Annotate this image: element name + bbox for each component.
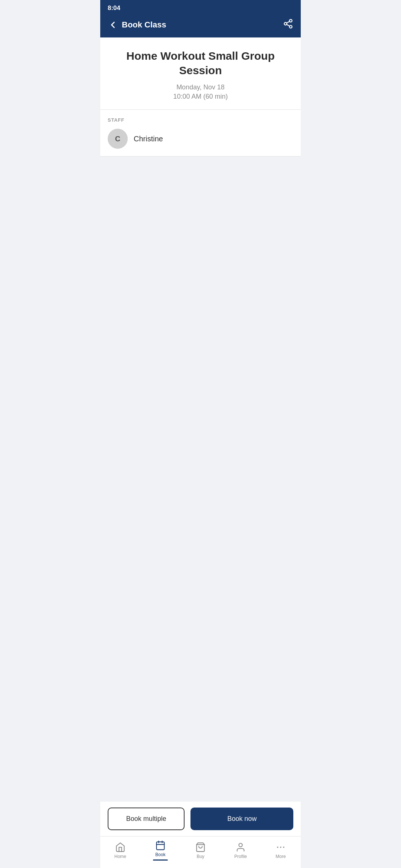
bottom-navigation: Home Book Buy Profile bbox=[100, 836, 301, 868]
buy-icon bbox=[195, 842, 206, 852]
share-icon bbox=[283, 19, 293, 29]
nav-label-home: Home bbox=[114, 854, 126, 859]
nav-item-buy[interactable]: Buy bbox=[180, 842, 221, 859]
staff-item: C Christine bbox=[108, 129, 293, 149]
header-left: Book Class bbox=[108, 20, 166, 30]
staff-section: STAFF C Christine bbox=[100, 110, 301, 157]
staff-initial: C bbox=[115, 135, 120, 143]
active-indicator bbox=[153, 859, 168, 861]
empty-content-area bbox=[100, 157, 301, 802]
nav-item-book[interactable]: Book bbox=[140, 840, 180, 861]
action-buttons-section: Book multiple Book now bbox=[100, 802, 301, 836]
nav-item-home[interactable]: Home bbox=[100, 842, 140, 859]
svg-point-10 bbox=[239, 843, 242, 846]
book-icon bbox=[155, 840, 166, 851]
book-multiple-button[interactable]: Book multiple bbox=[108, 808, 185, 830]
back-button[interactable] bbox=[108, 20, 118, 30]
nav-label-profile: Profile bbox=[234, 854, 247, 859]
class-info-section: Home Workout Small Group Session Monday,… bbox=[100, 37, 301, 110]
status-time: 8:04 bbox=[108, 4, 120, 11]
app-header: Book Class bbox=[100, 15, 301, 37]
class-title: Home Workout Small Group Session bbox=[108, 49, 293, 78]
nav-label-book: Book bbox=[155, 852, 165, 857]
staff-name: Christine bbox=[134, 135, 163, 143]
status-bar: 8:04 bbox=[100, 0, 301, 15]
svg-rect-5 bbox=[157, 842, 164, 850]
staff-label: STAFF bbox=[108, 117, 293, 123]
nav-label-buy: Buy bbox=[197, 854, 205, 859]
book-now-button[interactable]: Book now bbox=[190, 808, 293, 830]
main-content: Home Workout Small Group Session Monday,… bbox=[100, 37, 301, 836]
svg-point-12 bbox=[280, 846, 281, 848]
svg-line-3 bbox=[287, 24, 290, 26]
class-time: 10:00 AM (60 min) bbox=[108, 93, 293, 101]
svg-point-11 bbox=[277, 846, 278, 848]
nav-item-more[interactable]: More bbox=[261, 842, 301, 859]
back-arrow-icon bbox=[108, 20, 118, 30]
header-title: Book Class bbox=[122, 20, 166, 30]
staff-avatar: C bbox=[108, 129, 128, 149]
svg-point-13 bbox=[283, 846, 284, 848]
profile-icon bbox=[235, 842, 246, 852]
share-button[interactable] bbox=[283, 19, 293, 31]
class-date: Monday, Nov 18 bbox=[108, 83, 293, 91]
nav-item-profile[interactable]: Profile bbox=[221, 842, 261, 859]
more-icon bbox=[276, 842, 286, 852]
svg-line-4 bbox=[287, 22, 290, 23]
nav-label-more: More bbox=[276, 854, 286, 859]
home-icon bbox=[115, 842, 125, 852]
